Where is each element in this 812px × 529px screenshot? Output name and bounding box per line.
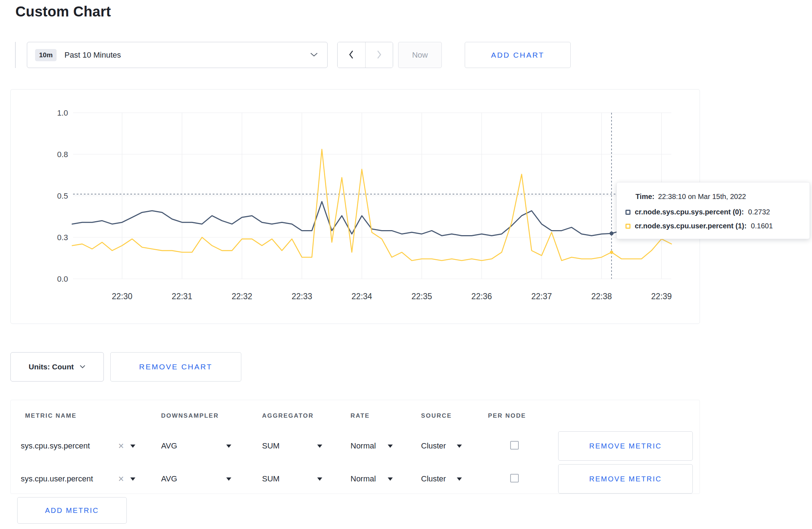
metric-name-select[interactable]: sys.cpu.user.percent × xyxy=(21,474,135,484)
source-select[interactable]: Cluster xyxy=(421,474,462,484)
units-select[interactable]: Units: Count xyxy=(10,352,104,382)
x-axis-label: 22:30 xyxy=(112,292,132,301)
caret-down-icon xyxy=(226,445,231,448)
caret-down-icon xyxy=(457,445,462,448)
rate-value: Normal xyxy=(351,441,376,451)
source-value: Cluster xyxy=(421,474,446,484)
clear-metric-icon[interactable]: × xyxy=(118,442,124,450)
caret-down-icon xyxy=(226,477,231,481)
y-axis-label: 0.0 xyxy=(57,275,68,283)
per-node-checkbox[interactable] xyxy=(510,441,519,450)
caret-down-icon xyxy=(130,445,135,448)
cpu-percent-chart[interactable]: 0.00.30.50.81.022:3022:3122:3222:3322:34… xyxy=(11,89,699,323)
x-axis-label: 22:32 xyxy=(232,292,252,301)
table-row: sys.cpu.sys.percent × AVG SUM Normal Clu… xyxy=(25,429,700,462)
downsampler-select[interactable]: AVG xyxy=(161,441,231,451)
clear-metric-icon[interactable]: × xyxy=(118,475,124,482)
aggregator-select[interactable]: SUM xyxy=(262,441,322,451)
page-title: Custom Chart xyxy=(15,4,111,20)
time-range-label: Past 10 Minutes xyxy=(64,50,121,60)
tooltip-series-row: cr.node.sys.cpu.user.percent (1): 0.1601 xyxy=(625,222,799,230)
add-chart-button[interactable]: ADD CHART xyxy=(465,42,571,68)
units-label: Units: Count xyxy=(29,363,74,371)
column-header-metric-name: METRIC NAME xyxy=(25,412,161,419)
x-axis-label: 22:39 xyxy=(651,292,672,301)
time-range-select[interactable]: 10m Past 10 Minutes xyxy=(27,42,328,68)
caret-down-icon xyxy=(317,445,322,448)
tooltip-time-row: Time:22:38:10 on Mar 15th, 2022 xyxy=(625,193,799,201)
tooltip-series-value: 0.1601 xyxy=(751,222,773,230)
tooltip-series-row: cr.node.sys.cpu.sys.percent (0): 0.2732 xyxy=(625,208,799,216)
chevron-right-icon xyxy=(376,50,382,60)
caret-down-icon xyxy=(317,477,322,481)
downsampler-select[interactable]: AVG xyxy=(161,474,231,484)
caret-down-icon xyxy=(130,477,135,481)
chart-tooltip: Time:22:38:10 on Mar 15th, 2022 cr.node.… xyxy=(617,182,810,239)
y-axis-label: 0.5 xyxy=(57,191,68,200)
aggregator-select[interactable]: SUM xyxy=(262,474,322,484)
series-line-1 xyxy=(72,149,672,261)
rate-value: Normal xyxy=(351,474,376,484)
y-axis-label: 0.8 xyxy=(57,150,68,159)
x-axis-label: 22:31 xyxy=(172,292,193,301)
remove-metric-button[interactable]: REMOVE METRIC xyxy=(558,464,693,494)
tooltip-series-name: cr.node.sys.cpu.user.percent (1): xyxy=(635,222,746,230)
y-axis-label: 0.3 xyxy=(57,233,68,242)
chevron-left-icon xyxy=(348,50,354,60)
table-row: sys.cpu.user.percent × AVG SUM Normal Cl… xyxy=(25,462,700,495)
source-value: Cluster xyxy=(421,441,446,451)
next-time-button[interactable] xyxy=(366,42,393,68)
chart-card: 0.00.30.50.81.022:3022:3122:3222:3322:34… xyxy=(10,89,700,324)
tooltip-time-value: 22:38:10 on Mar 15th, 2022 xyxy=(658,193,746,200)
prev-time-button[interactable] xyxy=(338,42,366,68)
metrics-table-header: METRIC NAME DOWNSAMPLER AGGREGATOR RATE … xyxy=(25,407,700,424)
x-axis-label: 22:38 xyxy=(591,292,612,301)
tooltip-series-value: 0.2732 xyxy=(748,208,770,216)
column-header-source: SOURCE xyxy=(421,412,488,419)
caret-down-icon xyxy=(388,477,393,481)
caret-down-icon xyxy=(457,477,462,481)
remove-metric-button[interactable]: REMOVE METRIC xyxy=(558,431,693,461)
highlight-dot-1 xyxy=(610,251,613,254)
metric-name-value: sys.cpu.sys.percent xyxy=(21,441,90,451)
time-pager xyxy=(337,42,393,68)
toolbar-divider xyxy=(15,42,16,68)
now-button[interactable]: Now xyxy=(398,42,442,68)
x-axis-label: 22:37 xyxy=(531,292,552,301)
time-range-badge: 10m xyxy=(35,49,57,61)
source-select[interactable]: Cluster xyxy=(421,441,462,451)
rate-select[interactable]: Normal xyxy=(351,474,393,484)
remove-chart-button[interactable]: REMOVE CHART xyxy=(110,352,241,382)
x-axis-label: 22:35 xyxy=(411,292,432,301)
aggregator-value: SUM xyxy=(262,441,280,451)
column-header-aggregator: AGGREGATOR xyxy=(262,412,351,419)
y-axis-label: 1.0 xyxy=(57,108,68,117)
column-header-per-node: PER NODE xyxy=(488,412,558,419)
x-axis-label: 22:34 xyxy=(352,292,372,301)
column-header-rate: RATE xyxy=(351,412,421,419)
highlight-dot-0 xyxy=(610,232,614,236)
tooltip-time-label: Time: xyxy=(635,193,654,200)
metric-name-value: sys.cpu.user.percent xyxy=(21,474,93,484)
series-swatch-sys-icon xyxy=(625,210,630,215)
chevron-down-icon xyxy=(310,52,318,58)
rate-select[interactable]: Normal xyxy=(351,441,393,451)
x-axis-label: 22:33 xyxy=(291,292,312,301)
caret-down-icon xyxy=(388,445,393,448)
series-swatch-user-icon xyxy=(625,224,630,229)
downsampler-value: AVG xyxy=(161,441,177,451)
aggregator-value: SUM xyxy=(262,474,280,484)
per-node-checkbox[interactable] xyxy=(510,474,519,482)
x-axis-label: 22:36 xyxy=(472,292,492,301)
downsampler-value: AVG xyxy=(161,474,177,484)
tooltip-series-name: cr.node.sys.cpu.sys.percent (0): xyxy=(635,208,744,216)
custom-chart-page: Custom Chart 10m Past 10 Minutes Now ADD… xyxy=(0,0,812,529)
add-metric-button[interactable]: ADD METRIC xyxy=(17,497,127,524)
metrics-table: METRIC NAME DOWNSAMPLER AGGREGATOR RATE … xyxy=(10,400,700,494)
chevron-down-icon xyxy=(79,364,86,370)
metric-name-select[interactable]: sys.cpu.sys.percent × xyxy=(21,441,135,451)
column-header-downsampler: DOWNSAMPLER xyxy=(161,412,262,419)
